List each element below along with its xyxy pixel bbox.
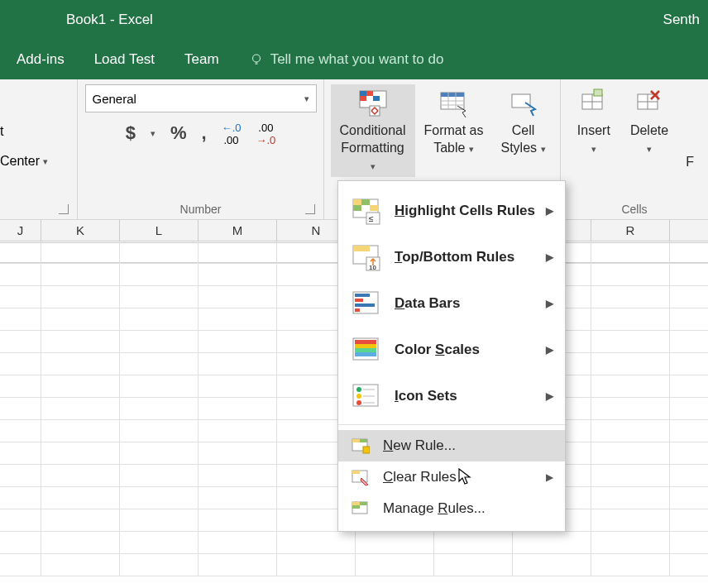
- menu-label: New Rule...: [383, 437, 456, 454]
- chevron-down-icon: ▾: [43, 156, 48, 167]
- menu-label: Data Bars: [395, 295, 460, 312]
- svg-text:≤: ≤: [369, 214, 374, 223]
- menu-top-bottom-rules[interactable]: 10 Top/Bottom Rules ▶: [338, 234, 565, 280]
- submenu-arrow-icon: ▶: [546, 298, 553, 309]
- conditional-formatting-menu: ≤ Highlight Cells Rules ▶ 10 Top/Bottom …: [337, 180, 566, 532]
- svg-rect-13: [512, 94, 530, 108]
- dialog-launcher-icon[interactable]: [59, 204, 69, 214]
- top-bottom-icon: 10: [352, 242, 381, 272]
- col-header[interactable]: J: [0, 220, 41, 241]
- col-header[interactable]: M: [199, 220, 277, 241]
- format-table-icon: [439, 88, 469, 117]
- svg-rect-29: [353, 246, 361, 251]
- tab-loadtest[interactable]: Load Test: [94, 51, 155, 68]
- increase-decimal-button[interactable]: ←.0.00: [222, 121, 242, 146]
- cell-styles-icon: [509, 88, 538, 117]
- menu-manage-rules[interactable]: Manage Rules...: [338, 493, 565, 524]
- svg-rect-40: [355, 344, 376, 348]
- menu-data-bars[interactable]: Data Bars ▶: [338, 280, 565, 327]
- submenu-arrow-icon: ▶: [546, 251, 553, 263]
- submenu-arrow-icon: ▶: [546, 471, 553, 483]
- menu-label: Highlight Cells Rules: [395, 203, 535, 219]
- menu-new-rule[interactable]: New Rule...: [338, 430, 565, 461]
- tab-team[interactable]: Team: [184, 51, 219, 68]
- conditional-formatting-icon: [358, 88, 388, 117]
- svg-rect-35: [355, 299, 363, 302]
- svg-rect-24: [353, 205, 361, 211]
- percent-button[interactable]: %: [170, 122, 187, 144]
- align-center-button[interactable]: Center: [0, 154, 40, 169]
- delete-cells-button[interactable]: Delete▾: [624, 84, 675, 160]
- svg-rect-5: [373, 96, 380, 101]
- format-cells-button[interactable]: F: [682, 84, 698, 174]
- svg-point-46: [356, 400, 361, 405]
- number-format-value: General: [93, 92, 136, 106]
- group-label-number: Number: [180, 203, 222, 216]
- svg-rect-22: [353, 199, 361, 205]
- col-header[interactable]: L: [120, 220, 199, 241]
- title-bar: Book1 - Excel Senth: [0, 0, 708, 40]
- menu-label: Top/Bottom Rules: [395, 249, 514, 265]
- svg-text:10: 10: [369, 264, 376, 271]
- tab-addins[interactable]: Add-ins: [17, 51, 65, 68]
- format-as-table-button[interactable]: Format asTable ▾: [417, 84, 491, 160]
- user-name: Senth: [663, 12, 700, 28]
- chevron-down-icon: ▾: [304, 93, 309, 104]
- comma-button[interactable]: ,: [202, 122, 207, 144]
- cell-styles-button[interactable]: CellStyles ▾: [493, 84, 554, 160]
- menu-highlight-cells-rules[interactable]: ≤ Highlight Cells Rules ▶: [338, 188, 565, 234]
- delete-cells-icon: [634, 88, 664, 117]
- svg-rect-57: [352, 502, 360, 505]
- format-as-table-label: Format asTable ▾: [423, 122, 483, 157]
- menu-label: Icon Sets: [395, 388, 457, 404]
- svg-rect-52: [360, 439, 367, 442]
- svg-point-45: [356, 394, 361, 399]
- delete-label: Delete▾: [630, 122, 668, 157]
- insert-label: Insert▾: [577, 122, 610, 157]
- menu-label: Manage Rules...: [383, 500, 486, 517]
- align-t-button[interactable]: t: [0, 124, 3, 139]
- svg-rect-30: [361, 246, 370, 251]
- svg-rect-23: [361, 199, 370, 205]
- insert-cells-icon: [579, 88, 609, 117]
- tell-me-placeholder: Tell me what you want to do: [270, 51, 444, 68]
- conditional-formatting-button[interactable]: ConditionalFormatting ▾: [331, 84, 415, 177]
- number-format-dropdown[interactable]: General ▾: [85, 84, 317, 112]
- workbook-title: Book1 - Excel: [66, 12, 153, 28]
- menu-label: Color Scales: [395, 342, 480, 358]
- lightbulb-icon: [249, 52, 264, 67]
- dialog-launcher-icon[interactable]: [305, 204, 315, 214]
- menu-clear-rules[interactable]: Clear Rules ▶: [338, 461, 565, 493]
- manage-rules-icon: [352, 500, 370, 518]
- conditional-formatting-label: ConditionalFormatting ▾: [337, 122, 409, 174]
- insert-cells-button[interactable]: Insert▾: [571, 84, 617, 160]
- svg-rect-2: [360, 91, 366, 96]
- currency-button[interactable]: $: [126, 122, 136, 144]
- menu-divider: [338, 424, 565, 425]
- svg-rect-17: [594, 89, 602, 96]
- svg-rect-58: [360, 502, 367, 505]
- svg-rect-59: [352, 505, 360, 509]
- submenu-arrow-icon: ▶: [546, 205, 553, 217]
- svg-rect-51: [352, 439, 360, 442]
- new-rule-icon: [352, 437, 370, 455]
- svg-rect-8: [441, 93, 464, 97]
- tell-me-search[interactable]: Tell me what you want to do: [249, 51, 444, 68]
- svg-rect-42: [355, 352, 376, 356]
- submenu-arrow-icon: ▶: [546, 390, 553, 402]
- decrease-decimal-button[interactable]: .00→.0: [256, 121, 275, 146]
- menu-icon-sets[interactable]: Icon Sets ▶: [338, 373, 565, 419]
- highlight-cells-icon: ≤: [352, 196, 381, 226]
- format-label-fragment: F: [686, 154, 694, 171]
- svg-rect-4: [360, 96, 366, 101]
- color-scales-icon: [352, 335, 381, 365]
- submenu-arrow-icon: ▶: [546, 344, 553, 356]
- svg-rect-3: [366, 91, 373, 96]
- svg-rect-55: [352, 471, 360, 474]
- svg-rect-41: [355, 348, 376, 352]
- col-header[interactable]: R: [591, 220, 670, 241]
- chevron-down-icon: ▾: [151, 128, 155, 139]
- menu-color-scales[interactable]: Color Scales ▶: [338, 327, 565, 373]
- col-header[interactable]: K: [41, 220, 120, 241]
- menu-label: Clear Rules: [383, 469, 457, 485]
